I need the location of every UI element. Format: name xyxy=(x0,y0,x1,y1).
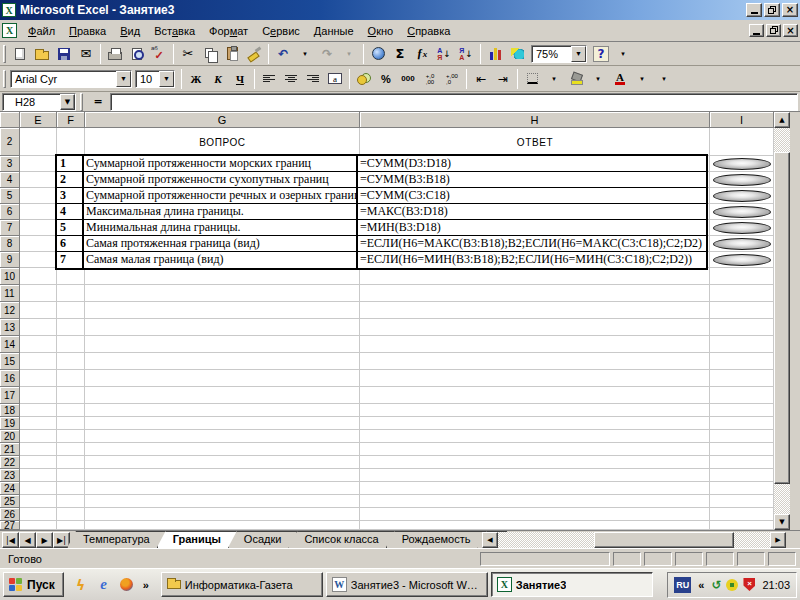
menu-item[interactable]: Данные xyxy=(307,22,361,40)
font-name-combo[interactable]: Arial Cyr▼ xyxy=(10,70,132,88)
row-header-17[interactable]: 17 xyxy=(0,387,20,404)
answer-cell[interactable]: =МАКС(B3:D18) xyxy=(358,204,706,219)
answer-cell[interactable]: =ЕСЛИ(H6=МИН(B3:B18);B2;ЕСЛИ(H6=МИН(C3:C… xyxy=(358,252,706,268)
vertical-scrollbar[interactable]: ▲ ▼ xyxy=(774,112,790,530)
autosum-button[interactable]: Σ xyxy=(389,44,411,64)
row-header-10[interactable]: 10 xyxy=(0,268,20,285)
align-right-button[interactable] xyxy=(302,69,324,89)
column-header-E[interactable]: E xyxy=(20,112,57,128)
name-box-dropdown-icon[interactable]: ▼ xyxy=(60,94,75,110)
sheet-tab[interactable]: Температура xyxy=(67,531,166,548)
question-cell[interactable]: Максимальная длина границы. xyxy=(84,204,358,219)
workbook-restore-button[interactable] xyxy=(766,24,781,37)
cut-button[interactable]: ✂ xyxy=(177,44,199,64)
oval-shape[interactable] xyxy=(713,206,771,218)
language-indicator[interactable]: RU xyxy=(674,577,691,593)
increase-indent-button[interactable]: ⇥ xyxy=(492,69,514,89)
fill-dropdown-icon[interactable]: ▾ xyxy=(587,69,609,89)
start-button[interactable]: Пуск xyxy=(3,572,64,597)
answer-cell[interactable]: =СУММ(B3:B18) xyxy=(358,172,706,187)
row-header-19[interactable]: 19 xyxy=(0,417,20,430)
answer-cell[interactable]: =СУММ(C3:C18) xyxy=(358,188,706,203)
answer-cell[interactable]: =СУММ(D3:D18) xyxy=(358,156,706,171)
vscroll-track[interactable] xyxy=(774,484,790,514)
chart-wizard-button[interactable] xyxy=(484,44,506,64)
borders-dropdown-icon[interactable]: ▾ xyxy=(543,69,565,89)
copy-button[interactable] xyxy=(199,44,221,64)
close-button[interactable]: × xyxy=(782,3,798,17)
hscroll-track[interactable] xyxy=(498,532,594,548)
row-header-21[interactable]: 21 xyxy=(0,443,20,456)
row-header-16[interactable]: 16 xyxy=(0,370,20,387)
scroll-left-icon[interactable]: ◀ xyxy=(482,532,498,548)
thousands-button[interactable]: 000 xyxy=(397,69,419,89)
task-button[interactable]: Информатика-Газета xyxy=(161,572,323,597)
row-header-15[interactable]: 15 xyxy=(0,353,20,370)
redo-dropdown-icon[interactable]: ▾ xyxy=(338,44,360,64)
lightning-icon[interactable]: ϟ xyxy=(72,576,90,594)
menu-item[interactable]: Правка xyxy=(62,22,113,40)
overflow-chevron-icon[interactable]: » xyxy=(141,579,151,591)
question-cell[interactable]: Минимальная длина границы. xyxy=(84,220,358,235)
menu-item[interactable]: Файл xyxy=(21,22,62,40)
scroll-down-icon[interactable]: ▼ xyxy=(774,514,790,530)
oval-shape[interactable] xyxy=(713,174,771,186)
borders-button[interactable] xyxy=(521,69,543,89)
underline-button[interactable]: Ч xyxy=(229,69,251,89)
sheet-tab[interactable]: Список класса xyxy=(288,531,394,548)
bold-button[interactable]: Ж xyxy=(185,69,207,89)
font-color-button[interactable]: А xyxy=(609,69,631,89)
menu-item[interactable]: Окно xyxy=(361,22,401,40)
paste-button[interactable] xyxy=(221,44,243,64)
scroll-right-icon[interactable]: ▶ xyxy=(770,532,786,548)
row-number-cell[interactable]: 4 xyxy=(57,204,84,219)
decrease-indent-button[interactable]: ⇤ xyxy=(470,69,492,89)
row-header-18[interactable]: 18 xyxy=(0,404,20,417)
prev-sheet-icon[interactable]: ◀ xyxy=(19,532,36,548)
tray-chevron-icon[interactable]: « xyxy=(696,579,706,591)
question-cell[interactable]: Самая малая граница (вид) xyxy=(84,252,358,268)
row-header-13[interactable]: 13 xyxy=(0,319,20,336)
row-header-11[interactable]: 11 xyxy=(0,285,20,302)
paste-function-button[interactable]: ƒx xyxy=(411,44,433,64)
more-buttons-button[interactable]: ▾ xyxy=(612,44,634,64)
row-header-2[interactable]: 2 xyxy=(0,128,20,156)
workbook-minimize-button[interactable] xyxy=(749,24,764,37)
answer-cell[interactable]: =ЕСЛИ(H6=МАКС(B3:B18);B2;ЕСЛИ(H6=МАКС(C3… xyxy=(358,236,706,251)
row-header-6[interactable]: 6 xyxy=(0,204,20,220)
spelling-button[interactable]: аб✓ xyxy=(148,44,170,64)
fontcolor-dropdown-icon[interactable]: ▾ xyxy=(631,69,653,89)
oval-shape[interactable] xyxy=(713,158,771,170)
fill-color-button[interactable] xyxy=(565,69,587,89)
row-header-14[interactable]: 14 xyxy=(0,336,20,353)
icq-flower-icon[interactable] xyxy=(726,579,738,591)
undo-dropdown-icon[interactable]: ▾ xyxy=(294,44,316,64)
vscroll-track[interactable] xyxy=(774,128,790,152)
percent-button[interactable]: % xyxy=(375,69,397,89)
more-buttons-button[interactable]: ▾ xyxy=(653,69,675,89)
row-number-cell[interactable]: 6 xyxy=(57,236,84,251)
minimize-button[interactable] xyxy=(746,3,762,17)
row-header-23[interactable]: 23 xyxy=(0,469,20,482)
format-painter-button[interactable] xyxy=(243,44,265,64)
row-number-cell[interactable]: 5 xyxy=(57,220,84,235)
help-button[interactable]: ? xyxy=(590,44,612,64)
oval-shape[interactable] xyxy=(713,254,771,266)
media-player-icon[interactable] xyxy=(118,576,136,594)
scroll-up-icon[interactable]: ▲ xyxy=(774,112,790,128)
task-button[interactable]: XЗанятие3 xyxy=(491,572,653,597)
internet-explorer-icon[interactable]: e xyxy=(95,576,113,594)
row-header-8[interactable]: 8 xyxy=(0,236,20,252)
formula-input[interactable] xyxy=(110,93,798,111)
open-button[interactable] xyxy=(31,44,53,64)
sheet-tab[interactable]: Осадки xyxy=(228,531,298,548)
row-header-7[interactable]: 7 xyxy=(0,220,20,236)
merge-center-button[interactable]: а xyxy=(324,69,346,89)
next-sheet-icon[interactable]: ▶ xyxy=(36,532,53,548)
question-cell[interactable]: Суммарной протяженности сухопутных грани… xyxy=(84,172,358,187)
row-header-24[interactable]: 24 xyxy=(0,482,20,495)
row-header-5[interactable]: 5 xyxy=(0,188,20,204)
currency-button[interactable] xyxy=(353,69,375,89)
row-number-cell[interactable]: 3 xyxy=(57,188,84,203)
question-cell[interactable]: Суммарной протяженности речных и озерных… xyxy=(84,188,358,203)
